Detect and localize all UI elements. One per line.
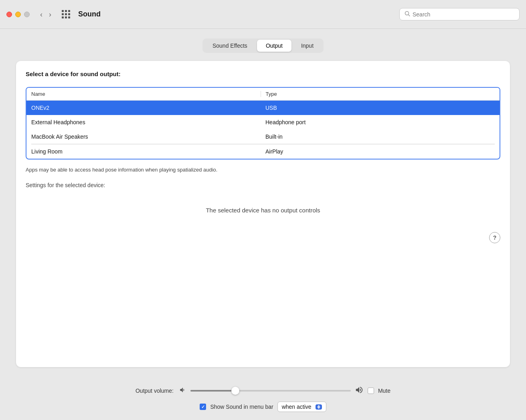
row-name: MacBook Air Speakers [31,133,261,140]
window-title: Sound [78,10,394,18]
row-type: Headphone port [261,119,495,125]
when-active-label: when active [282,404,312,410]
titlebar: ‹ › Sound [0,0,526,29]
row-type: USB [261,105,495,111]
traffic-lights [6,12,30,17]
no-controls-text: The selected device has no output contro… [26,195,500,226]
svg-line-1 [409,15,410,16]
search-icon [405,11,410,18]
volume-slider[interactable] [190,390,351,392]
output-panel: Select a device for sound output: Name T… [16,61,510,367]
when-active-select[interactable]: when active [277,402,326,412]
bottom-controls: Output volume: Mute Show Sound in menu b… [0,379,526,420]
row-type: AirPlay [261,148,495,155]
show-sound-menubar-checkbox[interactable] [200,404,206,410]
col-type-header: Type [261,91,495,97]
back-button[interactable]: ‹ [38,10,45,19]
forward-button[interactable]: › [47,10,54,19]
maximize-button[interactable] [24,12,30,17]
row-name: Living Room [31,148,261,155]
mute-label: Mute [378,388,390,394]
table-row[interactable]: External Headphones Headphone port [26,115,500,129]
row-name: External Headphones [31,119,261,125]
slider-thumb[interactable] [231,387,239,395]
col-name-header: Name [31,91,261,97]
slider-fill [190,390,235,392]
table-row[interactable]: MacBook Air Speakers Built-in [26,129,500,144]
apps-grid-icon[interactable] [62,10,70,18]
device-table: Name Type ONEv2 USB External Headphones … [26,87,500,160]
tabs: Sound Effects Output Input [202,38,324,53]
mute-checkbox[interactable] [368,388,374,394]
tab-input[interactable]: Input [292,40,322,52]
arrow-down-icon [317,407,320,409]
help-container: ? [26,232,500,243]
select-arrows-icon [316,404,322,410]
table-header: Name Type [26,88,500,101]
table-row[interactable]: ONEv2 USB [26,101,500,115]
volume-label: Output volume: [136,388,174,394]
menubar-row: Show Sound in menu bar when active [16,402,510,412]
help-button[interactable]: ? [489,232,500,243]
search-input[interactable] [413,11,514,18]
section-label: Select a device for sound output: [26,71,500,77]
minimize-button[interactable] [15,12,21,17]
table-row[interactable]: Living Room AirPlay [26,144,500,159]
close-button[interactable] [6,12,12,17]
nav-buttons: ‹ › [38,10,54,19]
main-content: Sound Effects Output Input Select a devi… [0,29,526,379]
info-text: Apps may be able to access head pose inf… [26,166,500,174]
search-box[interactable] [399,8,520,20]
settings-label: Settings for the selected device: [26,182,500,188]
volume-low-icon [179,386,186,395]
row-type: Built-in [261,133,495,140]
volume-high-icon [355,386,364,396]
tab-output[interactable]: Output [257,40,291,52]
volume-row: Output volume: Mute [16,386,510,396]
row-name: ONEv2 [31,105,261,111]
arrow-up-icon [317,405,320,407]
tabs-container: Sound Effects Output Input [16,38,510,53]
menubar-label: Show Sound in menu bar [210,404,273,410]
tab-sound-effects[interactable]: Sound Effects [204,40,256,52]
